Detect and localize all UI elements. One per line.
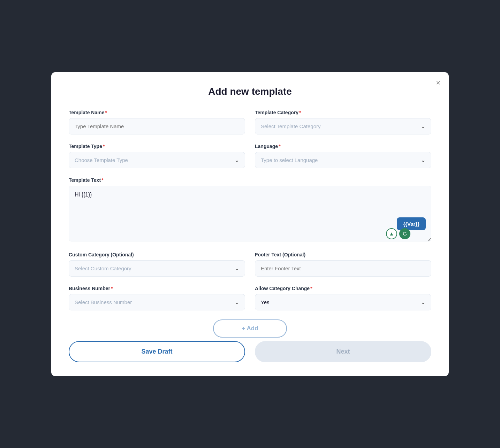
- textarea-icons: ▲ G: [386, 228, 410, 239]
- add-button[interactable]: + Add: [213, 319, 287, 338]
- footer-text-group: Footer Text (Optional): [255, 252, 431, 277]
- form-row-5: Business Number* Select Business Number …: [69, 286, 431, 310]
- required-star-5: *: [101, 177, 103, 183]
- template-category-label: Template Category*: [255, 110, 431, 115]
- template-name-input[interactable]: [69, 118, 245, 134]
- template-type-label: Template Type*: [69, 144, 245, 149]
- custom-category-select-wrapper: Select Custom Category ⌄: [69, 260, 245, 277]
- language-select[interactable]: Type to select Language: [255, 152, 431, 168]
- language-label: Language*: [255, 144, 431, 149]
- emoji-icon[interactable]: ▲: [386, 228, 397, 239]
- template-type-select-wrapper: Choose Template Type ⌄: [69, 152, 245, 168]
- template-category-group: Template Category* Select Template Categ…: [255, 110, 431, 134]
- next-button[interactable]: Next: [255, 341, 431, 362]
- business-number-label: Business Number*: [69, 286, 245, 291]
- save-draft-button[interactable]: Save Draft: [69, 341, 245, 362]
- allow-category-change-group: Allow Category Change* Yes No ⌄: [255, 286, 431, 310]
- business-number-select[interactable]: Select Business Number: [69, 294, 245, 310]
- form-row-2: Template Type* Choose Template Type ⌄ La…: [69, 144, 431, 168]
- language-group: Language* Type to select Language ⌄: [255, 144, 431, 168]
- add-template-modal: × Add new template Template Name* Templa…: [51, 72, 449, 376]
- form-row-3: Template Text* Hi {{1}} {{Var}} ▲ G: [69, 177, 431, 243]
- allow-category-change-label: Allow Category Change*: [255, 286, 431, 291]
- custom-category-select[interactable]: Select Custom Category: [69, 260, 245, 277]
- language-select-wrapper: Type to select Language ⌄: [255, 152, 431, 168]
- footer-buttons: Save Draft Next: [69, 341, 431, 362]
- template-category-select-wrapper: Select Template Category ⌄: [255, 118, 431, 134]
- required-star-3: *: [103, 144, 105, 149]
- form-row-1: Template Name* Template Category* Select…: [69, 110, 431, 134]
- business-number-group: Business Number* Select Business Number …: [69, 286, 245, 310]
- required-star-4: *: [279, 144, 280, 149]
- template-type-select[interactable]: Choose Template Type: [69, 152, 245, 168]
- template-text-wrapper: Hi {{1}} {{Var}} ▲ G: [69, 186, 431, 243]
- required-star: *: [105, 110, 107, 115]
- template-type-group: Template Type* Choose Template Type ⌄: [69, 144, 245, 168]
- required-star-7: *: [310, 286, 312, 291]
- form-row-4: Custom Category (Optional) Select Custom…: [69, 252, 431, 277]
- allow-category-change-select-wrapper: Yes No ⌄: [255, 294, 431, 310]
- template-text-textarea[interactable]: Hi {{1}}: [69, 186, 431, 241]
- custom-category-label: Custom Category (Optional): [69, 252, 245, 257]
- template-text-label: Template Text*: [69, 177, 431, 183]
- footer-text-label: Footer Text (Optional): [255, 252, 431, 257]
- close-button[interactable]: ×: [436, 79, 440, 87]
- template-name-label: Template Name*: [69, 110, 245, 115]
- required-star-6: *: [111, 286, 113, 291]
- template-text-group: Template Text* Hi {{1}} {{Var}} ▲ G: [69, 177, 431, 243]
- footer-text-input[interactable]: [255, 260, 431, 277]
- modal-overlay: × Add new template Template Name* Templa…: [0, 0, 500, 448]
- template-category-select[interactable]: Select Template Category: [255, 118, 431, 134]
- business-number-select-wrapper: Select Business Number ⌄: [69, 294, 245, 310]
- allow-category-change-select[interactable]: Yes No: [255, 294, 431, 310]
- add-button-row: + Add: [69, 319, 431, 338]
- custom-category-group: Custom Category (Optional) Select Custom…: [69, 252, 245, 277]
- required-star-2: *: [299, 110, 301, 115]
- template-name-group: Template Name*: [69, 110, 245, 134]
- grammarly-icon[interactable]: G: [399, 228, 410, 239]
- modal-title: Add new template: [69, 86, 431, 97]
